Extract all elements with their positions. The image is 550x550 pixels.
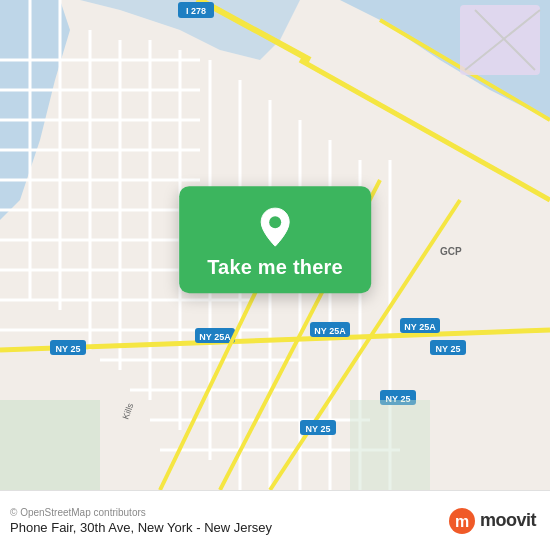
copyright-text: © OpenStreetMap contributors xyxy=(10,507,272,518)
take-me-there-button[interactable]: Take me there xyxy=(179,186,371,293)
svg-text:NY 25A: NY 25A xyxy=(199,332,231,342)
moovit-brand-icon: m xyxy=(448,507,476,535)
svg-text:NY 25: NY 25 xyxy=(436,344,461,354)
svg-rect-60 xyxy=(0,400,100,490)
svg-text:m: m xyxy=(455,513,469,530)
svg-text:NY 25: NY 25 xyxy=(306,424,331,434)
map-container: I 278 NY 25 NY 25A NY 25A NY 25A GCP NY … xyxy=(0,0,550,490)
location-name: Phone Fair, 30th Ave, New York - New Jer… xyxy=(10,520,272,535)
moovit-logo: m moovit xyxy=(448,507,536,535)
svg-point-62 xyxy=(269,216,281,228)
take-me-there-label: Take me there xyxy=(207,256,343,279)
footer: © OpenStreetMap contributors Phone Fair,… xyxy=(0,490,550,550)
footer-left: © OpenStreetMap contributors Phone Fair,… xyxy=(10,507,272,535)
svg-rect-61 xyxy=(350,400,430,490)
svg-text:NY 25A: NY 25A xyxy=(314,326,346,336)
svg-text:NY 25: NY 25 xyxy=(56,344,81,354)
svg-text:NY 25A: NY 25A xyxy=(404,322,436,332)
moovit-brand-text: moovit xyxy=(480,510,536,531)
svg-text:I 278: I 278 xyxy=(186,6,206,16)
location-pin-icon xyxy=(253,204,297,248)
svg-text:GCP: GCP xyxy=(440,246,462,257)
